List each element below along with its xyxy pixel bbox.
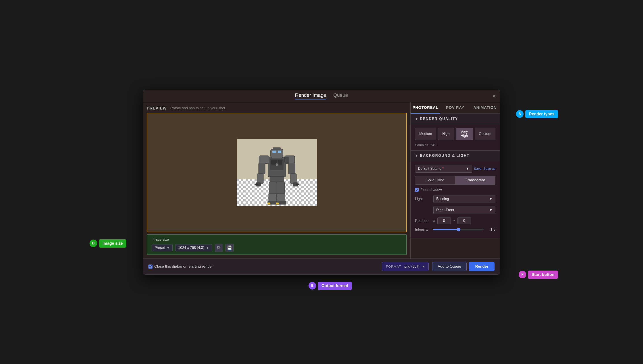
direction-value: Right-Front bbox=[436, 208, 454, 212]
svg-rect-31 bbox=[276, 202, 279, 204]
preset-arrow-icon: ▼ bbox=[167, 246, 170, 250]
tab-animation[interactable]: ANIMATION bbox=[470, 102, 500, 114]
light-row: Light Building ▼ bbox=[415, 195, 495, 203]
default-setting-label: Default Setting* bbox=[418, 166, 444, 170]
quality-very-high-btn[interactable]: Very High bbox=[456, 128, 473, 140]
annotation-e-wrapper: E Output format bbox=[308, 282, 352, 290]
preset-label: Preset bbox=[155, 246, 165, 250]
annotation-e-circle: E bbox=[308, 282, 316, 290]
close-button[interactable]: × bbox=[493, 93, 495, 99]
annotation-a-circle: A bbox=[516, 110, 524, 118]
preview-hint: Rotate and pan to set up your shot. bbox=[170, 106, 226, 110]
size-dropdown[interactable]: 1024 x 768 (4:3) ▼ bbox=[175, 244, 212, 251]
annotation-d-circle: D bbox=[90, 240, 97, 247]
svg-rect-26 bbox=[276, 182, 285, 194]
format-dropdown[interactable]: FORMAT .png (8bit) ▼ bbox=[382, 262, 428, 271]
preview-label: PREVIEW bbox=[147, 106, 167, 111]
format-label: FORMAT bbox=[386, 264, 401, 268]
preview-canvas[interactable]: B Preview bbox=[147, 113, 407, 232]
direction-arrow-icon: ▼ bbox=[489, 208, 493, 212]
svg-rect-13 bbox=[273, 148, 281, 150]
annotation-f: F Start button bbox=[519, 270, 558, 279]
quality-custom-btn[interactable]: Custom bbox=[475, 128, 495, 140]
bg-transparent-btn[interactable]: Transparent bbox=[455, 176, 496, 185]
rotation-row: Rotation X Y bbox=[415, 217, 495, 224]
action-buttons: Add to Queue Render bbox=[432, 262, 495, 271]
tab-render-image[interactable]: Render Image bbox=[295, 92, 326, 100]
close-checkbox-row: Close this dialog on starting render bbox=[148, 264, 379, 269]
rotation-y-input[interactable] bbox=[457, 217, 471, 224]
direction-row: Right-Front ▼ bbox=[415, 206, 495, 214]
annotation-f-circle: F bbox=[519, 271, 526, 278]
close-dialog-label: Close this dialog on starting render bbox=[154, 264, 213, 269]
light-value: Building bbox=[436, 197, 449, 201]
samples-label: Samples bbox=[415, 143, 428, 147]
tab-queue[interactable]: Queue bbox=[333, 92, 348, 100]
svg-rect-16 bbox=[258, 163, 265, 174]
annotation-a-text: Render types bbox=[525, 110, 558, 118]
annotation-d: D Image size bbox=[90, 239, 126, 248]
render-dialog: Render Image Queue × PREVIEW Rotate and … bbox=[143, 90, 500, 274]
floor-shadow-row: Floor shadow bbox=[415, 188, 495, 192]
rotation-label: Rotation bbox=[415, 219, 431, 223]
preset-dropdown[interactable]: Preset ▼ bbox=[152, 244, 173, 251]
close-dialog-checkbox[interactable] bbox=[148, 264, 152, 268]
bg-solid-btn[interactable]: Solid Color bbox=[415, 176, 455, 185]
bg-content: Default Setting* ▼ Save Save as Solid Co… bbox=[411, 161, 500, 238]
page-background: Render Image Queue × PREVIEW Rotate and … bbox=[0, 0, 643, 364]
intensity-slider[interactable] bbox=[433, 228, 484, 231]
tab-photoreal[interactable]: PHOTOREAL bbox=[411, 102, 440, 114]
quality-collapse-icon[interactable]: ▼ bbox=[415, 117, 418, 121]
svg-rect-9 bbox=[277, 160, 282, 164]
annotation-e-text: Output format bbox=[318, 282, 352, 290]
quality-high-btn[interactable]: High bbox=[438, 128, 454, 140]
title-bar: Render Image Queue × bbox=[143, 90, 500, 102]
annotation-e: E Output format bbox=[308, 282, 352, 290]
image-size-controls: Preset ▼ 1024 x 768 (4:3) ▼ ⧉ 💾 bbox=[152, 244, 402, 252]
bg-section-label: BACKGROUND & LIGHT bbox=[420, 154, 470, 158]
quality-buttons: Medium High Very High Custom bbox=[415, 128, 495, 140]
annotation-f-wrapper: F Start button bbox=[519, 270, 558, 279]
save-size-icon-btn[interactable]: 💾 bbox=[225, 244, 233, 252]
preview-label-row: PREVIEW Rotate and pan to set up your sh… bbox=[147, 106, 407, 111]
svg-rect-33 bbox=[285, 157, 289, 164]
title-bar-tabs: Render Image Queue bbox=[148, 92, 495, 100]
intensity-row: Intensity 1.5 bbox=[415, 228, 495, 232]
svg-rect-14 bbox=[259, 156, 269, 164]
bg-type-buttons: Solid Color Transparent bbox=[415, 176, 495, 185]
annotation-a: A Render types bbox=[516, 110, 558, 118]
rotation-x-input[interactable] bbox=[437, 217, 451, 224]
svg-rect-11 bbox=[272, 150, 276, 153]
save-as-btn[interactable]: Save as bbox=[483, 166, 495, 170]
bg-collapse-icon[interactable]: ▼ bbox=[415, 154, 418, 158]
svg-point-34 bbox=[275, 163, 278, 166]
right-panel: PHOTOREAL POV-RAY ANIMATION A Render typ… bbox=[411, 102, 500, 258]
quality-section-label: RENDER QUALITY bbox=[420, 117, 458, 121]
image-size-label: Image size bbox=[152, 238, 402, 242]
right-sections: ▼ RENDER QUALITY Medium High Very High C… bbox=[411, 114, 500, 258]
add-to-queue-button[interactable]: Add to Queue bbox=[432, 262, 467, 271]
light-dropdown[interactable]: Building ▼ bbox=[433, 195, 495, 203]
floor-shadow-checkbox[interactable] bbox=[415, 188, 419, 192]
samples-value: 512 bbox=[431, 143, 436, 147]
main-content: PREVIEW Rotate and pan to set up your sh… bbox=[143, 102, 500, 258]
light-label: Light bbox=[415, 197, 431, 201]
size-value: 1024 x 768 (4:3) bbox=[178, 246, 204, 250]
quality-medium-btn[interactable]: Medium bbox=[415, 128, 436, 140]
svg-rect-19 bbox=[290, 174, 296, 184]
copy-icon-btn[interactable]: ⧉ bbox=[215, 244, 223, 252]
render-button[interactable]: Render bbox=[469, 262, 495, 271]
image-size-bar: Image size Preset ▼ 1024 x 768 (4:3) ▼ ⧉… bbox=[147, 234, 407, 255]
render-quality-header: ▼ RENDER QUALITY bbox=[411, 114, 500, 124]
dropdown-arrow-icon: ▼ bbox=[466, 166, 469, 170]
format-arrow-icon: ▼ bbox=[422, 265, 425, 268]
quality-content: Medium High Very High Custom Samples 512 bbox=[411, 124, 500, 150]
render-type-tabs: PHOTOREAL POV-RAY ANIMATION A Render typ… bbox=[411, 102, 500, 114]
tab-pov-ray[interactable]: POV-RAY bbox=[440, 102, 470, 114]
direction-dropdown[interactable]: Right-Front ▼ bbox=[433, 206, 495, 214]
required-star: * bbox=[442, 166, 444, 170]
save-btn[interactable]: Save bbox=[474, 166, 482, 170]
size-arrow-icon: ▼ bbox=[206, 246, 209, 250]
robot-illustration bbox=[237, 139, 317, 206]
default-setting-dropdown[interactable]: Default Setting* ▼ bbox=[415, 164, 472, 173]
